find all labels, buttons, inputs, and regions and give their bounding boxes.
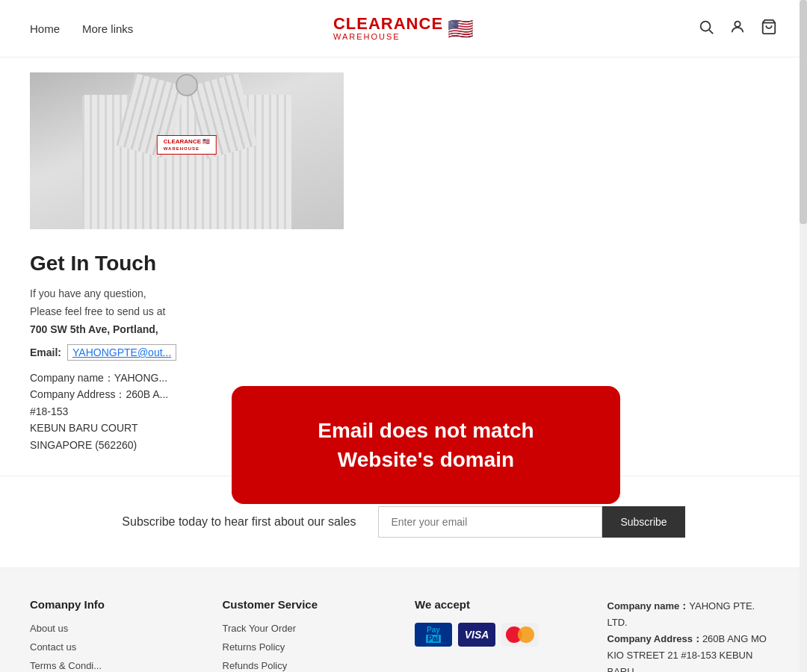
footer-company-details: Company name：YAHONG PTE. LTD. Company Ad… (607, 598, 778, 672)
cart-button[interactable] (761, 19, 777, 39)
payment-icons: Pay Pal VISA (415, 623, 585, 647)
footer-we-accept-title: We accept (415, 598, 585, 611)
logo-line1: CLEARANCE (333, 16, 443, 32)
contact-send-text: Please feel free to send us at (30, 305, 777, 317)
product-image: CLEARANCE 🇺🇸WAREHOUSE (30, 72, 344, 229)
footer-company-name-label: Company name： (607, 600, 690, 612)
footer-company-info-col: Comanpy Info About us Contact us Terms &… (30, 598, 200, 672)
visa-icon: VISA (458, 623, 495, 647)
footer-company-address-label: Company Address： (607, 633, 702, 644)
main-nav: Home More links (30, 22, 133, 35)
nav-more[interactable]: More links (82, 22, 133, 35)
footer-track-order[interactable]: Track Your Order (223, 623, 393, 634)
header-icons (698, 19, 777, 39)
user-icon (729, 19, 746, 35)
subscribe-form: Subscribe (378, 506, 684, 538)
footer-company-details-col: Company name：YAHONG PTE. LTD. Company Ad… (607, 598, 778, 672)
footer-customer-service-col: Customer Service Track Your Order Return… (223, 598, 393, 672)
scrollbar[interactable] (800, 0, 807, 672)
email-link[interactable]: YAHONGPTE@out... (67, 344, 176, 361)
footer-refunds-policy[interactable]: Refunds Policy (223, 660, 393, 671)
paypal-icon: Pay Pal (415, 623, 452, 647)
subscribe-text: Subscribe today to hear first about our … (122, 515, 356, 529)
svg-point-0 (701, 21, 711, 31)
logo: CLEARANCE WAREHOUSE 🇺🇸 (333, 16, 474, 41)
nav-home[interactable]: Home (30, 22, 60, 35)
footer-customer-service-title: Customer Service (223, 598, 393, 611)
logo-line2: WAREHOUSE (333, 32, 443, 41)
footer-payments-col: We accept Pay Pal VISA (415, 598, 585, 672)
contact-address: 700 SW 5th Ave, Portland, (30, 323, 777, 335)
header: Home More links CLEARANCE WAREHOUSE 🇺🇸 (0, 0, 807, 57)
error-modal-text: Email does not match Website's domain (269, 416, 583, 474)
mastercard-icon (501, 623, 539, 647)
error-modal: Email does not match Website's domain (232, 386, 620, 504)
email-label: Email: (30, 346, 61, 358)
search-button[interactable] (698, 19, 714, 39)
footer-contact-us[interactable]: Contact us (30, 641, 200, 653)
footer-company-title: Comanpy Info (30, 598, 200, 611)
contact-title: Get In Touch (30, 252, 777, 276)
account-button[interactable] (729, 19, 746, 39)
subscribe-email-input[interactable] (378, 506, 602, 538)
footer: Comanpy Info About us Contact us Terms &… (0, 568, 807, 672)
cart-icon (761, 19, 777, 35)
contact-intro: If you have any question, (30, 287, 777, 299)
footer-terms[interactable]: Terms & Condi... (30, 660, 200, 671)
logo-flag: 🇺🇸 (448, 16, 474, 41)
footer-returns-policy[interactable]: Returns Policy (223, 641, 393, 653)
email-row: Email: YAHONGPTE@out... (30, 344, 777, 361)
search-icon (698, 19, 714, 35)
scrollbar-thumb[interactable] (800, 0, 807, 224)
company-name-line: Company name：YAHONG... (30, 370, 777, 386)
product-image-area: CLEARANCE 🇺🇸WAREHOUSE (30, 72, 777, 229)
footer-about-us[interactable]: About us (30, 623, 200, 634)
subscribe-button[interactable]: Subscribe (602, 506, 684, 538)
svg-line-1 (709, 30, 713, 34)
svg-point-2 (735, 21, 740, 26)
